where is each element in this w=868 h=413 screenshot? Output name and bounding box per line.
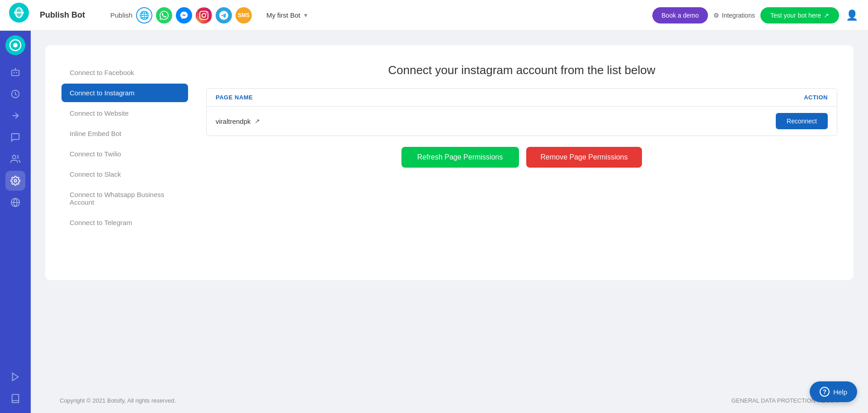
page-name-text: viraltrendpk [216,117,251,125]
action-buttons: Refresh Page Permissions Remove Page Per… [206,147,837,168]
col-page-name: PAGE NAME [216,94,804,101]
nav-item-connect-to-whatsapp-business-account[interactable]: Connect to Whatsapp Business Account [61,185,188,211]
sidebar-logo[interactable] [5,35,25,55]
svg-point-4 [13,43,18,47]
external-link-icon[interactable]: ↗ [255,117,260,125]
nav-item-connect-to-slack[interactable]: Connect to Slack [61,165,188,183]
whatsapp-channel-icon[interactable] [156,7,172,23]
help-label: Help [833,388,847,396]
permissions-table: PAGE NAME ACTION viraltrendpk ↗ Reconnec… [206,88,837,136]
action-cell: Reconnect [776,113,828,129]
page-title: Publish Bot [40,10,85,20]
layout: Connect to FacebookConnect to InstagramC… [0,31,868,413]
svg-point-11 [14,179,17,182]
right-panel: Connect your instagram account from the … [206,63,837,262]
page-name-cell: viraltrendpk ↗ [216,117,776,125]
topnav: Publish Bot Publish 🌐 SMS My first Bot ▼… [0,0,868,31]
integrations-label: Integrations [722,12,755,19]
sidebar-item-bot[interactable] [5,62,25,82]
sms-channel-icon[interactable]: SMS [236,7,252,23]
sidebar-item-broadcast[interactable] [5,106,25,126]
nav-item-connect-to-twilio[interactable]: Connect to Twilio [61,145,188,163]
sidebar [0,31,31,413]
test-bot-button[interactable]: Test your bot here ↗ [760,7,839,23]
sidebar-item-chat[interactable] [5,127,25,147]
instagram-channel-icon[interactable] [196,7,212,23]
reconnect-button[interactable]: Reconnect [776,113,828,129]
sidebar-item-settings[interactable] [5,171,25,191]
sidebar-item-language[interactable] [5,192,25,212]
help-circle-icon: ? [820,387,830,397]
chevron-down-icon: ▼ [303,12,308,19]
refresh-permissions-button[interactable]: Refresh Page Permissions [401,147,519,168]
remove-permissions-button[interactable]: Remove Page Permissions [526,147,642,168]
nav-item-connect-to-website[interactable]: Connect to Website [61,104,188,122]
topnav-actions: Book a demo ⚙ Integrations Test your bot… [652,7,859,23]
app-logo[interactable] [9,3,29,23]
main-card: Connect to FacebookConnect to InstagramC… [45,45,854,280]
sidebar-item-docs[interactable] [5,389,25,408]
svg-point-8 [15,68,16,69]
book-demo-button[interactable]: Book a demo [652,7,708,23]
svg-point-6 [14,72,15,74]
sidebar-item-analytics[interactable] [5,84,25,104]
footer: Copyright © 2021 Botsify, All rights res… [45,388,854,413]
svg-point-10 [13,155,16,159]
gear-icon: ⚙ [713,12,719,19]
nav-item-inline-embed-bot[interactable]: Inline Embed Bot [61,124,188,143]
external-link-icon: ↗ [824,12,829,19]
sidebar-item-tutorial[interactable] [5,367,25,387]
left-nav: Connect to FacebookConnect to InstagramC… [61,63,188,262]
help-button[interactable]: ? Help [810,381,857,402]
panel-title: Connect your instagram account from the … [206,63,837,77]
copyright-text: Copyright © 2021 Botsify, All rights res… [60,397,176,404]
col-action: ACTION [804,94,828,101]
bot-selector[interactable]: My first Bot ▼ [266,11,308,19]
telegram-channel-icon[interactable] [216,7,232,23]
table-row: viraltrendpk ↗ Reconnect [207,107,837,136]
integrations-button[interactable]: ⚙ Integrations [713,12,755,19]
svg-marker-14 [13,373,19,381]
bot-name: My first Bot [266,11,300,19]
nav-item-connect-to-instagram[interactable]: Connect to Instagram [61,84,188,102]
svg-rect-5 [12,70,19,75]
nav-item-connect-to-telegram[interactable]: Connect to Telegram [61,213,188,232]
web-channel-icon[interactable]: 🌐 [136,7,152,23]
user-avatar[interactable]: 👤 [844,8,859,23]
sidebar-item-audience[interactable] [5,149,25,169]
main-content: Connect to FacebookConnect to InstagramC… [31,31,868,413]
table-header: PAGE NAME ACTION [207,89,837,107]
svg-point-7 [16,72,17,74]
test-bot-label: Test your bot here [770,12,821,19]
publish-area: Publish 🌐 SMS [110,7,252,23]
publish-label: Publish [110,11,132,19]
nav-item-connect-to-facebook[interactable]: Connect to Facebook [61,63,188,82]
messenger-channel-icon[interactable] [176,7,192,23]
